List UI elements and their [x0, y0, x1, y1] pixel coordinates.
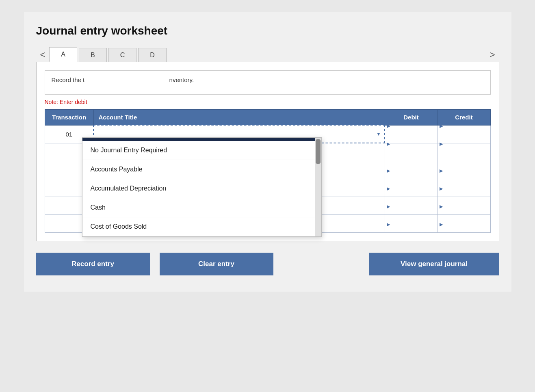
dropdown-scrollbar[interactable]	[315, 138, 321, 236]
credit-cell-1[interactable]: ▶	[438, 125, 490, 143]
debit-cell-4[interactable]: ▶	[385, 179, 438, 197]
tab-A[interactable]: A	[49, 47, 77, 62]
credit-cell-5[interactable]: ▶	[438, 197, 490, 214]
dropdown-item-cash[interactable]: Cash	[82, 198, 321, 217]
col-header-credit: Credit	[438, 110, 490, 126]
worksheet-area: Record the t nventory. Note: Enter debit…	[36, 62, 499, 241]
debit-input-2[interactable]	[385, 147, 438, 164]
buttons-row: Record entry Clear entry View general jo…	[36, 253, 499, 275]
debit-cell-6[interactable]: ▶	[385, 214, 438, 232]
dropdown-item-cost-of-goods-sold[interactable]: Cost of Goods Sold	[82, 217, 321, 236]
clear-entry-button[interactable]: Clear entry	[160, 253, 273, 275]
dropdown-header	[82, 138, 321, 141]
credit-cell-4[interactable]: ▶	[438, 179, 490, 197]
col-header-debit: Debit	[385, 110, 438, 126]
view-general-journal-button[interactable]: View general journal	[369, 253, 499, 275]
credit-input-1[interactable]	[438, 129, 490, 146]
tab-next-button[interactable]: >	[486, 48, 499, 62]
debit-cell-1[interactable]: ▶	[385, 125, 438, 143]
tab-C[interactable]: C	[108, 48, 137, 62]
debit-cell-5[interactable]: ▶	[385, 197, 438, 214]
dropdown-scroll-thumb	[316, 139, 321, 164]
tabs-row: < A B C D >	[36, 47, 499, 62]
record-entry-button[interactable]: Record entry	[36, 253, 150, 275]
credit-input-2[interactable]	[438, 147, 490, 164]
col-header-transaction: Transaction	[45, 110, 93, 126]
description-box: Record the t nventory.	[45, 70, 491, 95]
col-header-account: Account Title	[93, 110, 385, 126]
dropdown-item-no-journal[interactable]: No Journal Entry Required	[82, 141, 321, 160]
page-title: Journal entry worksheet	[36, 24, 499, 37]
account-dropdown-overlay: No Journal Entry Required Accounts Payab…	[82, 137, 322, 237]
dropdown-item-accounts-payable[interactable]: Accounts Payable	[82, 160, 321, 179]
debit-input-1[interactable]	[385, 129, 438, 146]
credit-cell-6[interactable]: ▶	[438, 214, 490, 232]
dropdown-list: No Journal Entry Required Accounts Payab…	[82, 141, 321, 236]
note-text: Note: Enter debit	[45, 99, 491, 105]
tab-D[interactable]: D	[138, 48, 167, 62]
tab-prev-button[interactable]: <	[36, 48, 50, 62]
dropdown-item-accumulated-depreciation[interactable]: Accumulated Depreciation	[82, 179, 321, 198]
tab-B[interactable]: B	[79, 48, 107, 62]
description-text: Record the t nventory.	[52, 76, 194, 83]
